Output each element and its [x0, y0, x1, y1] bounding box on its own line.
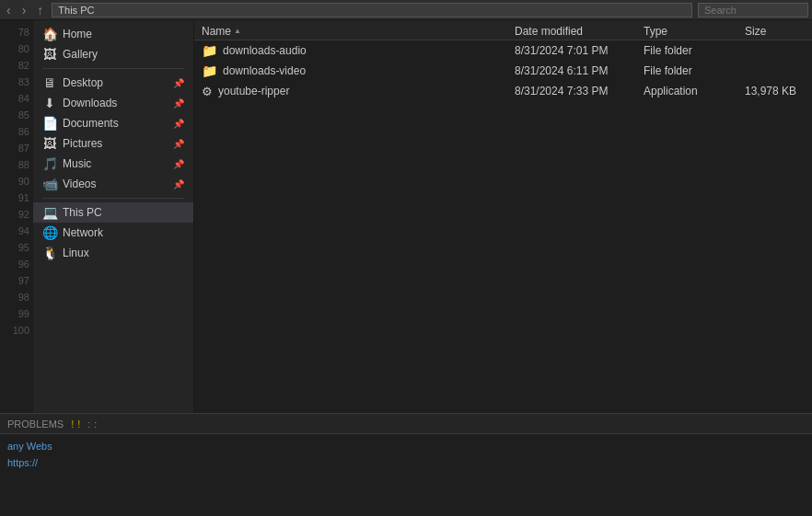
downloads-pin-icon: 📌: [173, 98, 184, 109]
sidebar-item-videos[interactable]: 📹 Videos 📌: [33, 174, 193, 194]
network-icon: 🌐: [42, 225, 57, 240]
sidebar-item-home[interactable]: 🏠 Home: [33, 24, 193, 44]
folder-icon: 📁: [202, 63, 217, 78]
this-pc-icon: 💻: [42, 205, 57, 220]
music-label: Music: [63, 157, 91, 170]
warning-icon-2: !: [77, 419, 80, 430]
sidebar-item-pictures[interactable]: 🖼 Pictures 📌: [33, 133, 193, 154]
info-icon-1: :: [87, 419, 90, 430]
toolbar: ‹ › ↑: [0, 0, 812, 20]
file-type: File folder: [636, 64, 737, 77]
problems-label: PROBLEMS: [7, 419, 64, 430]
file-date: 8/31/2024 7:01 PM: [507, 44, 636, 57]
network-label: Network: [63, 226, 103, 239]
terminal-line-1: any Webs: [7, 438, 805, 454]
pinned-section: 🖥 Desktop 📌 ⬇ Downloads 📌 📄 Documents 📌 …: [33, 73, 193, 194]
documents-label: Documents: [63, 117, 119, 130]
home-icon: 🏠: [42, 27, 57, 41]
system-section: 💻 This PC 🌐 Network 🐧 Linux: [33, 202, 193, 263]
header-date-label: Date modified: [515, 25, 583, 38]
file-area: Name ▲ Date modified Type Size 📁 downloa…: [194, 20, 812, 413]
header-size-label: Size: [745, 25, 766, 38]
quick-access-section: 🏠 Home 🖼 Gallery: [33, 24, 193, 64]
sidebar-divider-2: [42, 198, 184, 199]
videos-label: Videos: [63, 178, 96, 190]
file-name-cell: 📁 downloads-video: [194, 63, 507, 78]
sidebar-item-linux[interactable]: 🐧 Linux: [33, 243, 193, 263]
header-date[interactable]: Date modified: [507, 22, 636, 40]
table-row[interactable]: ⚙ youtube-ripper 8/31/2024 7:33 PM Appli…: [194, 81, 812, 101]
warning-icon-1: !: [71, 419, 74, 430]
desktop-pin-icon: 📌: [173, 78, 184, 88]
terminal-url: https://: [7, 454, 38, 471]
problems-bar: PROBLEMS ! ! : :: [0, 413, 812, 433]
header-size[interactable]: Size: [737, 22, 812, 40]
documents-icon: 📄: [42, 116, 57, 131]
sidebar-item-gallery[interactable]: 🖼 Gallery: [33, 44, 193, 64]
file-date: 8/31/2024 6:11 PM: [507, 64, 636, 77]
file-type: Application: [636, 85, 737, 97]
main-area: 788082838485868788909192949596979899100 …: [0, 20, 812, 413]
gallery-icon: 🖼: [42, 47, 57, 62]
pictures-pin-icon: 📌: [173, 139, 184, 149]
header-type-label: Type: [644, 25, 667, 38]
music-pin-icon: 📌: [173, 159, 184, 169]
sidebar-item-downloads[interactable]: ⬇ Downloads 📌: [33, 93, 193, 113]
home-label: Home: [63, 28, 92, 40]
file-name-cell: ⚙ youtube-ripper: [194, 85, 507, 98]
downloads-icon: ⬇: [42, 96, 57, 110]
line-numbers: 788082838485868788909192949596979899100: [0, 20, 33, 413]
terminal-area: any Webs https://: [0, 433, 812, 516]
error-group-2: : :: [87, 419, 97, 430]
nav-up-button[interactable]: ↑: [34, 4, 46, 17]
desktop-icon: 🖥: [42, 75, 57, 90]
header-name-label: Name: [202, 25, 231, 38]
nav-back-button[interactable]: ‹: [4, 4, 14, 17]
file-size: 13,978 KB: [737, 85, 812, 97]
documents-pin-icon: 📌: [173, 119, 184, 129]
sidebar-item-music[interactable]: 🎵 Music 📌: [33, 154, 193, 174]
sidebar-item-this-pc[interactable]: 💻 This PC: [33, 202, 193, 223]
sidebar-item-desktop[interactable]: 🖥 Desktop 📌: [33, 73, 193, 93]
bottom-area: PROBLEMS ! ! : : any Webs https://: [0, 413, 812, 516]
file-name: downloads-audio: [223, 44, 307, 57]
file-name: downloads-video: [223, 64, 306, 77]
linux-label: Linux: [63, 247, 89, 259]
file-name: youtube-ripper: [218, 85, 289, 97]
header-type[interactable]: Type: [636, 22, 737, 40]
sidebar-divider-1: [42, 68, 184, 69]
file-list-header: Name ▲ Date modified Type Size: [194, 20, 812, 40]
search-input[interactable]: [698, 3, 808, 17]
folder-icon: 📁: [202, 43, 217, 58]
file-date: 8/31/2024 7:33 PM: [507, 85, 636, 97]
sidebar-item-network[interactable]: 🌐 Network: [33, 223, 193, 243]
address-bar[interactable]: [52, 3, 692, 17]
info-icon-2: :: [94, 419, 97, 430]
table-row[interactable]: 📁 downloads-audio 8/31/2024 7:01 PM File…: [194, 40, 812, 61]
videos-icon: 📹: [42, 177, 57, 191]
downloads-label: Downloads: [63, 97, 117, 109]
header-name[interactable]: Name ▲: [194, 22, 507, 40]
pictures-icon: 🖼: [42, 136, 57, 151]
nav-forward-button[interactable]: ›: [19, 4, 29, 17]
pictures-label: Pictures: [63, 137, 102, 150]
music-icon: 🎵: [42, 156, 57, 171]
linux-icon: 🐧: [42, 246, 57, 260]
app-icon: ⚙: [202, 85, 213, 98]
terminal-text-1: any Webs: [7, 438, 52, 454]
videos-pin-icon: 📌: [173, 179, 184, 189]
error-group-1: ! !: [71, 419, 80, 430]
this-pc-label: This PC: [63, 206, 102, 219]
file-rows-container: 📁 downloads-audio 8/31/2024 7:01 PM File…: [194, 40, 812, 101]
terminal-line-2: https://: [7, 454, 805, 471]
file-name-cell: 📁 downloads-audio: [194, 43, 507, 58]
desktop-label: Desktop: [63, 76, 103, 89]
gallery-label: Gallery: [63, 48, 98, 61]
table-row[interactable]: 📁 downloads-video 8/31/2024 6:11 PM File…: [194, 61, 812, 81]
sort-arrow: ▲: [234, 27, 241, 35]
sidebar-item-documents[interactable]: 📄 Documents 📌: [33, 113, 193, 133]
file-type: File folder: [636, 44, 737, 57]
sidebar: 🏠 Home 🖼 Gallery 🖥 Desktop 📌 ⬇ Downloads…: [33, 20, 194, 413]
